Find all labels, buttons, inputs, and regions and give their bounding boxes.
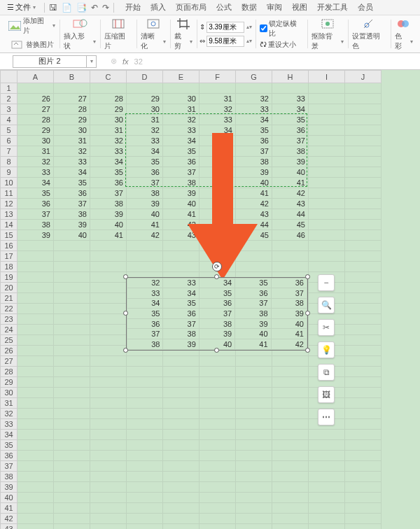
cell[interactable]: 35 (54, 178, 90, 188)
cell[interactable] (18, 493, 54, 503)
add-picture-label[interactable]: 添加图片 (23, 16, 50, 36)
cell[interactable]: 39 (236, 167, 272, 178)
cell[interactable] (90, 472, 127, 482)
cell[interactable] (345, 83, 382, 94)
cell[interactable]: 35 (127, 157, 163, 167)
cell[interactable]: 36 (272, 125, 309, 136)
cell[interactable]: 44 (236, 220, 272, 230)
cell[interactable]: 39 (18, 230, 54, 241)
cell[interactable] (236, 451, 272, 461)
cell[interactable]: 33 (163, 125, 200, 136)
cell[interactable]: 43 (163, 230, 200, 241)
cell[interactable]: 41 (236, 188, 272, 199)
cell[interactable]: 28 (18, 115, 54, 125)
compress-picture-label[interactable]: 压缩图片 (104, 31, 132, 51)
cell[interactable] (200, 482, 236, 493)
cell[interactable] (345, 125, 382, 136)
cell[interactable] (127, 419, 163, 430)
cell[interactable] (90, 293, 127, 304)
row-header[interactable]: 5 (1, 125, 18, 136)
cell[interactable] (309, 493, 345, 503)
cell[interactable] (272, 388, 309, 398)
row-header[interactable]: 32 (1, 409, 18, 419)
cell[interactable] (345, 409, 382, 419)
cell[interactable] (18, 335, 54, 346)
row-header[interactable]: 21 (1, 293, 18, 304)
cell[interactable] (90, 398, 127, 409)
collapse-button[interactable]: − (318, 274, 335, 291)
cell[interactable] (236, 472, 272, 482)
cell[interactable] (127, 493, 163, 503)
cell[interactable] (18, 262, 54, 272)
cell[interactable] (200, 461, 236, 472)
row-header[interactable]: 12 (1, 199, 18, 209)
cell[interactable] (309, 514, 345, 524)
cell[interactable]: 33 (272, 94, 309, 104)
cell[interactable] (345, 293, 382, 304)
cell[interactable] (272, 251, 309, 262)
print-preview-icon[interactable]: 📄 (62, 3, 72, 13)
cell[interactable] (127, 83, 163, 94)
cell[interactable]: 32 (163, 115, 200, 125)
cell[interactable]: 39 (200, 178, 236, 188)
cell[interactable]: 39 (163, 188, 200, 199)
resize-handle[interactable] (123, 348, 128, 353)
cell[interactable] (200, 377, 236, 388)
add-picture-icon[interactable] (7, 18, 22, 34)
cell[interactable] (127, 430, 163, 440)
cell[interactable]: 33 (54, 157, 90, 167)
cell[interactable]: 40 (90, 220, 127, 230)
cell[interactable] (272, 524, 309, 530)
cell[interactable] (200, 356, 236, 367)
cell[interactable]: 45 (236, 230, 272, 241)
rotate-handle[interactable]: ⟳ (212, 262, 222, 271)
cell[interactable] (163, 524, 200, 530)
cell[interactable] (90, 251, 127, 262)
cell[interactable] (309, 461, 345, 472)
color-icon[interactable] (396, 17, 412, 30)
cell[interactable] (272, 419, 309, 430)
cell[interactable] (18, 398, 54, 409)
cell[interactable] (200, 493, 236, 503)
tab-4[interactable]: 数据 (240, 1, 258, 14)
cell[interactable] (309, 524, 345, 530)
col-header-E[interactable]: E (163, 71, 200, 83)
cell[interactable] (163, 388, 200, 398)
cell[interactable] (54, 83, 90, 94)
cell[interactable] (236, 524, 272, 530)
cell[interactable] (163, 377, 200, 388)
cell[interactable] (236, 419, 272, 430)
cell[interactable]: 36 (54, 188, 90, 199)
cell[interactable] (90, 325, 127, 335)
cell[interactable] (90, 524, 127, 530)
cell[interactable]: 37 (272, 136, 309, 146)
resize-handle[interactable] (305, 274, 310, 279)
cell[interactable] (127, 377, 163, 388)
cell[interactable] (163, 482, 200, 493)
row-header[interactable]: 22 (1, 304, 18, 314)
cell[interactable]: 43 (272, 199, 309, 209)
cell[interactable] (309, 94, 345, 104)
cell[interactable]: 33 (127, 136, 163, 146)
cell[interactable] (127, 482, 163, 493)
cell[interactable] (345, 209, 382, 220)
cell[interactable] (54, 440, 90, 451)
cell[interactable]: 37 (200, 157, 236, 167)
cell[interactable] (163, 440, 200, 451)
resize-handle[interactable] (305, 348, 310, 353)
cell[interactable] (90, 283, 127, 293)
cell[interactable]: 32 (236, 94, 272, 104)
cell[interactable]: 35 (272, 115, 309, 125)
cell[interactable] (309, 136, 345, 146)
cell[interactable] (54, 335, 90, 346)
cell[interactable] (200, 83, 236, 94)
cell[interactable]: 38 (163, 178, 200, 188)
name-box[interactable]: 图片 2 ▾ (13, 55, 97, 68)
cell[interactable]: 28 (90, 94, 127, 104)
cell[interactable] (309, 188, 345, 199)
cell[interactable] (236, 493, 272, 503)
cell[interactable] (18, 419, 54, 430)
cell[interactable] (345, 503, 382, 514)
cell[interactable] (90, 493, 127, 503)
cell[interactable] (90, 514, 127, 524)
